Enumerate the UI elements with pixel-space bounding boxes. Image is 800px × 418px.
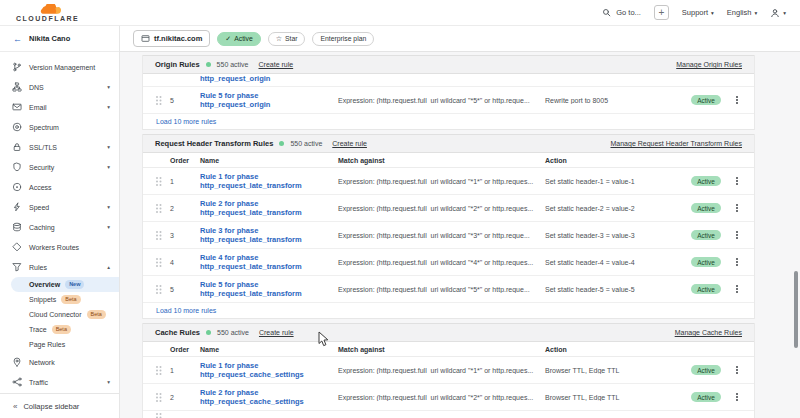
- section-title: Cache Rules: [155, 328, 200, 337]
- rule-name-link[interactable]: Rule 4 for phase http_request_late_trans…: [200, 253, 338, 271]
- cache-rules-header: Cache Rules 550 active Create rule Manag…: [143, 323, 754, 342]
- collapse-sidebar-button[interactable]: « Collapse sidebar: [0, 393, 119, 418]
- rule-name-link[interactable]: Rule 1 for phase http_request_cache_sett…: [200, 361, 338, 379]
- sidebar-item-snippets[interactable]: Snippets Beta: [0, 292, 119, 307]
- language-label: English: [727, 8, 752, 17]
- manage-rules-link[interactable]: Manage Request Header Transform Rules: [610, 140, 742, 147]
- sidebar-item-label: Page Rules: [29, 341, 65, 348]
- rule-name-line1: Rule 1 for phase: [200, 172, 338, 181]
- star-button[interactable]: ☆ Star: [268, 32, 306, 46]
- sidebar-item-cloud-connector[interactable]: Cloud Connector Beta: [0, 307, 119, 322]
- language-menu[interactable]: English ▾: [727, 8, 757, 17]
- chevron-icon: ▾: [107, 379, 110, 385]
- rule-order: 3: [170, 232, 200, 239]
- vertical-scrollbar[interactable]: [794, 271, 798, 348]
- sidebar-item-dns[interactable]: DNS ▾: [0, 77, 119, 97]
- sidebar-item-speed[interactable]: Speed ▾: [0, 197, 119, 217]
- kebab-menu-icon[interactable]: [730, 249, 744, 275]
- sidebar-item-email[interactable]: Email ▾: [0, 97, 119, 117]
- chevron-icon: ▾: [107, 84, 110, 90]
- manage-rules-link[interactable]: Manage Origin Rules: [676, 61, 742, 68]
- kebab-menu-icon[interactable]: [730, 222, 744, 248]
- rule-order: 1: [170, 178, 200, 185]
- drag-handle-icon[interactable]: [156, 384, 170, 410]
- rules-icon: [12, 262, 22, 272]
- drag-handle-icon[interactable]: [156, 249, 170, 275]
- zone-domain: tf.nikitac.com: [154, 34, 202, 43]
- plan-badge: Enterprise plan: [312, 32, 374, 46]
- create-rule-link[interactable]: Create rule: [259, 329, 294, 336]
- kebab-menu-icon[interactable]: [730, 384, 744, 410]
- sidebar-item-page-rules[interactable]: Page Rules: [0, 337, 119, 352]
- sidebar-item-caching[interactable]: Caching ▾: [0, 217, 119, 237]
- add-site-button[interactable]: +: [654, 5, 669, 20]
- sidebar-item-label: Snippets: [29, 296, 56, 303]
- active-dot-icon: [279, 141, 284, 146]
- sidebar-item-label: Access: [29, 184, 52, 191]
- sidebar-item-label: Traffic: [29, 379, 48, 386]
- sidebar-item-workers-routes[interactable]: Workers Routes: [0, 237, 119, 257]
- speed-icon: [12, 202, 22, 212]
- sidebar-item-network[interactable]: Network: [0, 352, 119, 372]
- sidebar-item-version-management[interactable]: Version Management: [0, 57, 119, 77]
- rule-name-line2: http_request_late_transform: [200, 289, 338, 298]
- rule-name-link[interactable]: Rule 1 for phase http_request_late_trans…: [200, 172, 338, 190]
- sidebar-item-label: Network: [29, 359, 55, 366]
- cloudflare-logo[interactable]: CLOUDFLARE: [16, 4, 79, 22]
- drag-handle-icon[interactable]: [156, 276, 170, 302]
- kebab-menu-icon[interactable]: [730, 357, 744, 383]
- load-more-rules-link[interactable]: Load 10 more rules: [143, 303, 754, 319]
- support-menu[interactable]: Support ▾: [682, 8, 714, 17]
- drag-handle-icon[interactable]: [156, 168, 170, 194]
- rule-order: 4: [170, 259, 200, 266]
- rule-name-link[interactable]: Rule 5 for phase http_request_origin: [200, 91, 338, 109]
- create-rule-link[interactable]: Create rule: [259, 61, 294, 68]
- kebab-menu-icon[interactable]: [730, 87, 744, 113]
- drag-handle-icon[interactable]: [156, 222, 170, 248]
- sidebar-item-security[interactable]: Security ▾: [0, 157, 119, 177]
- rule-name-link[interactable]: http_request_origin: [200, 74, 338, 83]
- load-more-rules-link[interactable]: Load 10 more rules: [143, 114, 754, 130]
- rule-name-link[interactable]: Rule 3 for phase http_request_late_trans…: [200, 226, 338, 244]
- active-count: 550 active: [217, 329, 249, 336]
- sidebar-item-label: DNS: [29, 84, 44, 91]
- sidebar-item-ssl-tls[interactable]: SSL/TLS ▾: [0, 137, 119, 157]
- sidebar-item-rules[interactable]: Rules ▴: [0, 257, 119, 277]
- chevron-icon: ▾: [107, 164, 110, 170]
- chevron-icon: ▾: [107, 204, 110, 210]
- kebab-menu-icon[interactable]: [730, 276, 744, 302]
- drag-handle-icon[interactable]: [156, 195, 170, 221]
- sidebar-item-trace[interactable]: Trace Beta: [0, 322, 119, 337]
- sidebar-item-access[interactable]: Access: [0, 177, 119, 197]
- security-icon: [12, 162, 22, 172]
- drag-handle-icon[interactable]: [156, 87, 170, 113]
- chevron-down-icon: ▾: [754, 10, 757, 16]
- manage-rules-link[interactable]: Manage Cache Rules: [675, 329, 742, 336]
- user-menu[interactable]: ▾: [770, 8, 786, 18]
- kebab-menu-icon[interactable]: [730, 195, 744, 221]
- status-badge: Active: [691, 203, 721, 213]
- rule-name-link[interactable]: Rule 2 for phase http_request_late_trans…: [200, 199, 338, 217]
- drag-handle-icon[interactable]: [156, 357, 170, 383]
- sidebar-item-traffic[interactable]: Traffic ▾: [0, 372, 119, 392]
- drag-handle-icon[interactable]: [156, 414, 170, 418]
- goto-label: Go to...: [616, 8, 641, 17]
- column-match: Match against: [338, 346, 545, 353]
- rule-name-link[interactable]: Rule 5 for phase http_request_late_trans…: [200, 280, 338, 298]
- sidebar-item-spectrum[interactable]: Spectrum: [0, 117, 119, 137]
- origin-rules-header: Origin Rules 550 active Create rule Mana…: [143, 55, 754, 74]
- column-name: Name: [200, 157, 338, 164]
- email-icon: [12, 102, 22, 112]
- chevron-down-icon: ▾: [783, 10, 786, 16]
- request-header-transform-rules-header: Request Header Transform Rules 550 activ…: [143, 134, 754, 153]
- rule-name-link[interactable]: Rule 2 for phase http_request_cache_sett…: [200, 388, 338, 406]
- active-count: 550 active: [290, 140, 322, 147]
- kebab-menu-icon[interactable]: [730, 168, 744, 194]
- sidebar-item-overview[interactable]: Overview New: [11, 277, 119, 292]
- create-rule-link[interactable]: Create rule: [332, 140, 367, 147]
- rule-name-line2: http_request_cache_settings: [200, 397, 338, 406]
- rule-name-line2: http_request_origin: [200, 100, 338, 109]
- zone-selector[interactable]: tf.nikitac.com: [133, 30, 210, 47]
- back-arrow-icon[interactable]: ←: [13, 34, 22, 44]
- goto-search[interactable]: Go to...: [602, 8, 641, 18]
